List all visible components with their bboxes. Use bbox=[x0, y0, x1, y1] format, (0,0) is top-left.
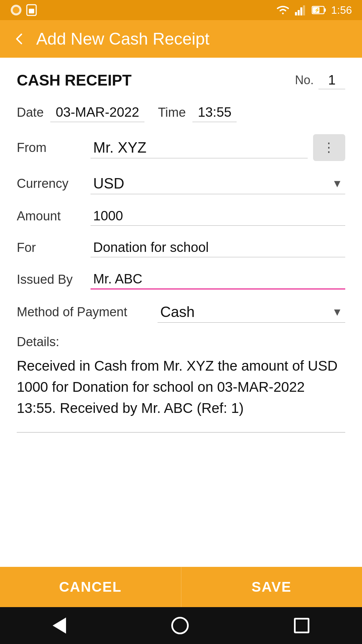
back-nav-button[interactable] bbox=[53, 618, 66, 634]
svg-rect-7 bbox=[303, 5, 305, 15]
date-time-row: Date 03-MAR-2022 Time 13:55 bbox=[17, 103, 345, 122]
for-label: For bbox=[17, 240, 90, 255]
from-row: From Mr. XYZ ⋮ bbox=[17, 134, 345, 161]
amount-row: Amount 1000 bbox=[17, 206, 345, 226]
time-label: Time bbox=[158, 105, 186, 120]
sim-icon bbox=[26, 4, 37, 16]
form-divider bbox=[17, 432, 345, 433]
currency-label: Currency bbox=[17, 176, 90, 191]
status-bar: ⚡ 1:56 bbox=[0, 0, 362, 20]
three-dots-icon: ⋮ bbox=[322, 140, 336, 155]
for-row: For Donation for school bbox=[17, 238, 345, 257]
signal-icon bbox=[295, 4, 307, 16]
method-row: Method of Payment Cash ▼ bbox=[17, 302, 345, 323]
recent-nav-icon bbox=[294, 618, 309, 633]
method-value: Cash bbox=[160, 304, 195, 320]
amount-label: Amount bbox=[17, 209, 90, 223]
battery-icon: ⚡ bbox=[312, 5, 326, 15]
details-label: Details: bbox=[17, 335, 345, 349]
recent-nav-button[interactable] bbox=[294, 618, 309, 633]
svg-rect-6 bbox=[300, 7, 302, 15]
currency-value: USD bbox=[93, 175, 124, 192]
issued-by-value[interactable]: Mr. ABC bbox=[90, 269, 345, 289]
details-section: Details: Received in Cash from Mr. XYZ t… bbox=[17, 335, 345, 419]
svg-text:⚡: ⚡ bbox=[314, 7, 320, 13]
status-left-icons bbox=[10, 4, 37, 16]
svg-rect-4 bbox=[295, 12, 297, 15]
date-label: Date bbox=[17, 105, 44, 120]
nav-bar bbox=[0, 607, 362, 644]
from-label: From bbox=[17, 141, 90, 155]
currency-row: Currency USD ▼ bbox=[17, 173, 345, 194]
date-block: Date 03-MAR-2022 bbox=[17, 103, 144, 122]
app-bar-title: Add New Cash Receipt bbox=[36, 29, 209, 49]
back-button[interactable] bbox=[12, 32, 27, 46]
currency-dropdown[interactable]: USD ▼ bbox=[90, 173, 345, 194]
form-content: CASH RECEIPT No. 1 Date 03-MAR-2022 Time… bbox=[0, 58, 362, 567]
status-right-icons: ⚡ 1:56 bbox=[276, 4, 352, 16]
currency-dropdown-arrow: ▼ bbox=[332, 177, 343, 190]
from-value[interactable]: Mr. XYZ bbox=[90, 137, 308, 158]
receipt-no-row: No. 1 bbox=[295, 71, 345, 89]
svg-rect-9 bbox=[324, 8, 326, 12]
back-nav-icon bbox=[53, 618, 66, 634]
home-nav-icon bbox=[171, 617, 189, 634]
cancel-button[interactable]: CANCEL bbox=[0, 567, 181, 607]
svg-rect-5 bbox=[298, 10, 300, 15]
time-value[interactable]: 13:55 bbox=[192, 103, 237, 122]
receipt-header-row: CASH RECEIPT No. 1 bbox=[17, 71, 345, 89]
save-button[interactable]: SAVE bbox=[181, 567, 362, 607]
receipt-title: CASH RECEIPT bbox=[17, 71, 131, 89]
no-label: No. bbox=[295, 73, 314, 87]
svg-rect-3 bbox=[29, 9, 34, 13]
date-value[interactable]: 03-MAR-2022 bbox=[50, 103, 144, 122]
for-value[interactable]: Donation for school bbox=[90, 238, 345, 257]
time-block: Time 13:55 bbox=[158, 103, 237, 122]
issued-by-label: Issued By bbox=[17, 272, 90, 287]
svg-point-1 bbox=[13, 7, 19, 13]
circle-icon bbox=[10, 4, 22, 16]
home-nav-button[interactable] bbox=[171, 617, 189, 634]
app-bar: Add New Cash Receipt bbox=[0, 20, 362, 58]
issued-by-row: Issued By Mr. ABC bbox=[17, 269, 345, 289]
from-menu-button[interactable]: ⋮ bbox=[313, 134, 345, 161]
amount-value[interactable]: 1000 bbox=[90, 206, 345, 226]
time-display: 1:56 bbox=[331, 4, 352, 16]
method-dropdown[interactable]: Cash ▼ bbox=[158, 302, 345, 323]
details-text: Received in Cash from Mr. XYZ the amount… bbox=[17, 355, 345, 419]
wifi-icon bbox=[276, 4, 290, 16]
method-label: Method of Payment bbox=[17, 305, 158, 319]
no-value[interactable]: 1 bbox=[318, 71, 345, 89]
action-bar: CANCEL SAVE bbox=[0, 567, 362, 607]
method-dropdown-arrow: ▼ bbox=[332, 306, 343, 318]
